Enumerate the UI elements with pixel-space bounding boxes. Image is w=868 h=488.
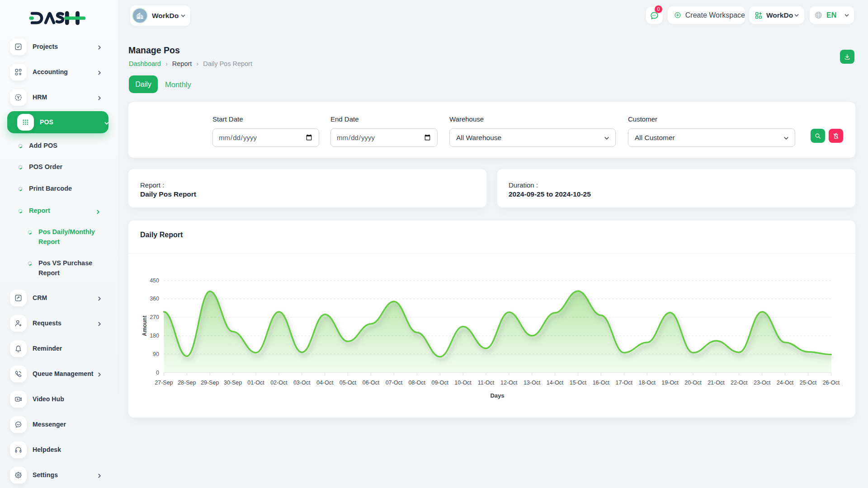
svg-text:04-Oct: 04-Oct [316,380,334,386]
svg-text:03-Oct: 03-Oct [293,380,311,386]
svg-text:0: 0 [156,370,159,376]
svg-text:01-Oct: 01-Oct [247,380,264,386]
svg-text:16-Oct: 16-Oct [593,380,610,386]
svg-text:22-Oct: 22-Oct [731,380,748,386]
svg-text:90: 90 [153,351,159,357]
svg-text:180: 180 [150,333,159,339]
svg-text:17-Oct: 17-Oct [616,380,633,386]
svg-text:360: 360 [150,296,159,302]
svg-text:28-Sep: 28-Sep [178,380,196,386]
svg-text:450: 450 [150,277,159,284]
svg-text:26-Oct: 26-Oct [823,380,840,386]
svg-text:12-Oct: 12-Oct [500,380,518,386]
svg-text:15-Oct: 15-Oct [570,380,587,386]
svg-text:05-Oct: 05-Oct [340,380,357,386]
svg-text:19-Oct: 19-Oct [661,380,679,386]
svg-text:09-Oct: 09-Oct [431,380,448,386]
svg-text:08-Oct: 08-Oct [409,380,426,386]
svg-text:07-Oct: 07-Oct [386,380,403,386]
svg-text:30-Sep: 30-Sep [224,380,242,386]
svg-text:Amount: Amount [142,315,148,336]
svg-text:11-Oct: 11-Oct [478,380,495,386]
svg-text:14-Oct: 14-Oct [547,380,564,386]
svg-text:270: 270 [150,314,159,320]
svg-text:25-Oct: 25-Oct [800,380,817,386]
svg-text:Days: Days [490,392,504,399]
svg-text:27-Sep: 27-Sep [155,380,173,386]
svg-text:21-Oct: 21-Oct [708,380,725,386]
svg-text:24-Oct: 24-Oct [777,380,794,386]
svg-text:18-Oct: 18-Oct [638,380,656,386]
svg-text:20-Oct: 20-Oct [684,380,702,386]
svg-text:06-Oct: 06-Oct [363,380,380,386]
svg-text:23-Oct: 23-Oct [754,380,771,386]
svg-text:02-Oct: 02-Oct [270,380,288,386]
svg-text:10-Oct: 10-Oct [454,380,472,386]
svg-text:13-Oct: 13-Oct [524,380,541,386]
svg-text:29-Sep: 29-Sep [201,380,219,386]
